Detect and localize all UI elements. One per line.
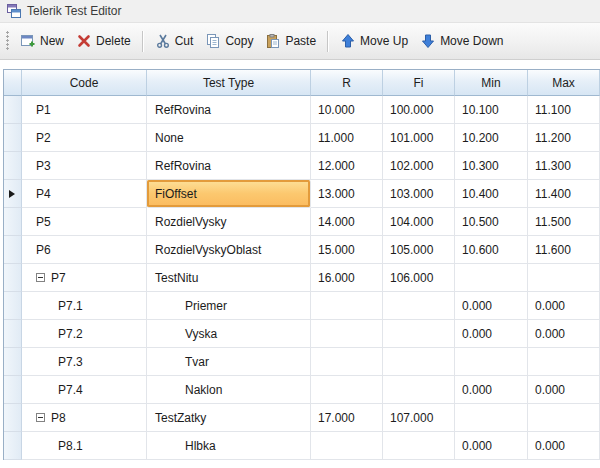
min-cell[interactable]: 10.300 <box>455 152 528 180</box>
max-cell[interactable]: 11.200 <box>528 124 600 152</box>
cut-button[interactable]: Cut <box>149 30 200 52</box>
column-header-min[interactable]: Min <box>455 70 528 96</box>
titlebar[interactable]: Telerik Test Editor <box>0 0 600 23</box>
code-cell[interactable]: P8.1 <box>22 432 147 460</box>
row-indicator-cell[interactable] <box>4 348 22 376</box>
toolbar-grip[interactable] <box>6 31 10 51</box>
r-cell[interactable]: 11.000 <box>311 124 383 152</box>
r-cell[interactable]: 10.000 <box>311 96 383 124</box>
code-cell[interactable]: P7.1 <box>22 292 147 320</box>
test-type-cell[interactable]: Naklon <box>147 376 311 404</box>
paste-button[interactable]: Paste <box>259 30 322 52</box>
fi-cell[interactable]: 101.000 <box>383 124 455 152</box>
max-cell[interactable]: 0.000 <box>528 376 600 404</box>
r-cell[interactable]: 13.000 <box>311 180 383 208</box>
min-cell[interactable] <box>455 348 528 376</box>
fi-cell[interactable]: 100.000 <box>383 96 455 124</box>
code-cell[interactable]: P8 <box>22 404 147 432</box>
test-type-cell[interactable]: TestZatky <box>147 404 311 432</box>
code-cell[interactable]: P7.2 <box>22 320 147 348</box>
code-cell[interactable]: P3 <box>22 152 147 180</box>
code-cell[interactable]: P5 <box>22 208 147 236</box>
row-indicator-cell[interactable] <box>4 96 22 124</box>
r-cell[interactable] <box>311 348 383 376</box>
fi-cell[interactable] <box>383 376 455 404</box>
fi-cell[interactable] <box>383 320 455 348</box>
column-header-fi[interactable]: Fi <box>383 70 455 96</box>
max-cell[interactable]: 11.600 <box>528 236 600 264</box>
r-cell[interactable]: 12.000 <box>311 152 383 180</box>
column-header-test-type[interactable]: Test Type <box>147 70 311 96</box>
fi-cell[interactable]: 107.000 <box>383 404 455 432</box>
max-cell[interactable]: 0.000 <box>528 432 600 460</box>
r-cell[interactable] <box>311 320 383 348</box>
fi-cell[interactable] <box>383 432 455 460</box>
test-type-cell[interactable]: RozdielVysky <box>147 208 311 236</box>
max-cell[interactable] <box>528 348 600 376</box>
fi-cell[interactable]: 102.000 <box>383 152 455 180</box>
row-indicator-cell[interactable] <box>4 152 22 180</box>
fi-cell[interactable]: 104.000 <box>383 208 455 236</box>
code-cell[interactable]: P6 <box>22 236 147 264</box>
min-cell[interactable]: 0.000 <box>455 320 528 348</box>
test-type-cell[interactable]: RefRovina <box>147 96 311 124</box>
max-cell[interactable]: 11.100 <box>528 96 600 124</box>
test-type-cell[interactable]: Vyska <box>147 320 311 348</box>
row-indicator-cell[interactable] <box>4 208 22 236</box>
row-indicator-cell[interactable] <box>4 292 22 320</box>
code-cell[interactable]: P1 <box>22 96 147 124</box>
move-down-button[interactable]: Move Down <box>414 30 509 52</box>
column-header-r[interactable]: R <box>311 70 383 96</box>
fi-cell[interactable] <box>383 348 455 376</box>
r-cell[interactable] <box>311 376 383 404</box>
max-cell[interactable] <box>528 264 600 292</box>
test-type-cell[interactable]: Hlbka <box>147 432 311 460</box>
fi-cell[interactable]: 103.000 <box>383 180 455 208</box>
code-cell[interactable]: P7 <box>22 264 147 292</box>
delete-button[interactable]: Delete <box>70 30 137 52</box>
test-type-cell[interactable]: Priemer <box>147 292 311 320</box>
test-type-cell[interactable]: TestNitu <box>147 264 311 292</box>
r-cell[interactable] <box>311 432 383 460</box>
r-cell[interactable]: 16.000 <box>311 264 383 292</box>
min-cell[interactable]: 10.200 <box>455 124 528 152</box>
max-cell[interactable]: 11.500 <box>528 208 600 236</box>
collapse-icon[interactable] <box>36 273 45 282</box>
row-indicator-cell[interactable] <box>4 264 22 292</box>
code-cell[interactable]: P4 <box>22 180 147 208</box>
code-cell[interactable]: P2 <box>22 124 147 152</box>
row-indicator-cell[interactable] <box>4 432 22 460</box>
collapse-icon[interactable] <box>36 413 45 422</box>
min-cell[interactable] <box>455 264 528 292</box>
min-cell[interactable] <box>455 404 528 432</box>
min-cell[interactable]: 10.100 <box>455 96 528 124</box>
max-cell[interactable]: 0.000 <box>528 292 600 320</box>
max-cell[interactable]: 11.300 <box>528 152 600 180</box>
r-cell[interactable]: 14.000 <box>311 208 383 236</box>
fi-cell[interactable] <box>383 292 455 320</box>
min-cell[interactable]: 0.000 <box>455 432 528 460</box>
r-cell[interactable]: 17.000 <box>311 404 383 432</box>
max-cell[interactable]: 11.400 <box>528 180 600 208</box>
code-cell[interactable]: P7.3 <box>22 348 147 376</box>
r-cell[interactable]: 15.000 <box>311 236 383 264</box>
max-cell[interactable] <box>528 404 600 432</box>
row-indicator-cell[interactable] <box>4 236 22 264</box>
row-indicator-cell[interactable] <box>4 180 22 208</box>
copy-button[interactable]: Copy <box>199 30 259 52</box>
fi-cell[interactable]: 105.000 <box>383 236 455 264</box>
row-indicator-cell[interactable] <box>4 404 22 432</box>
test-type-cell[interactable]: Tvar <box>147 348 311 376</box>
column-header-max[interactable]: Max <box>528 70 600 96</box>
column-header-code[interactable]: Code <box>22 70 147 96</box>
min-cell[interactable]: 10.600 <box>455 236 528 264</box>
test-type-cell[interactable]: FiOffset <box>147 180 311 208</box>
min-cell[interactable]: 10.500 <box>455 208 528 236</box>
code-cell[interactable]: P7.4 <box>22 376 147 404</box>
r-cell[interactable] <box>311 292 383 320</box>
row-indicator-cell[interactable] <box>4 376 22 404</box>
row-indicator-cell[interactable] <box>4 320 22 348</box>
fi-cell[interactable]: 106.000 <box>383 264 455 292</box>
test-type-cell[interactable]: None <box>147 124 311 152</box>
test-type-cell[interactable]: RozdielVyskyOblast <box>147 236 311 264</box>
